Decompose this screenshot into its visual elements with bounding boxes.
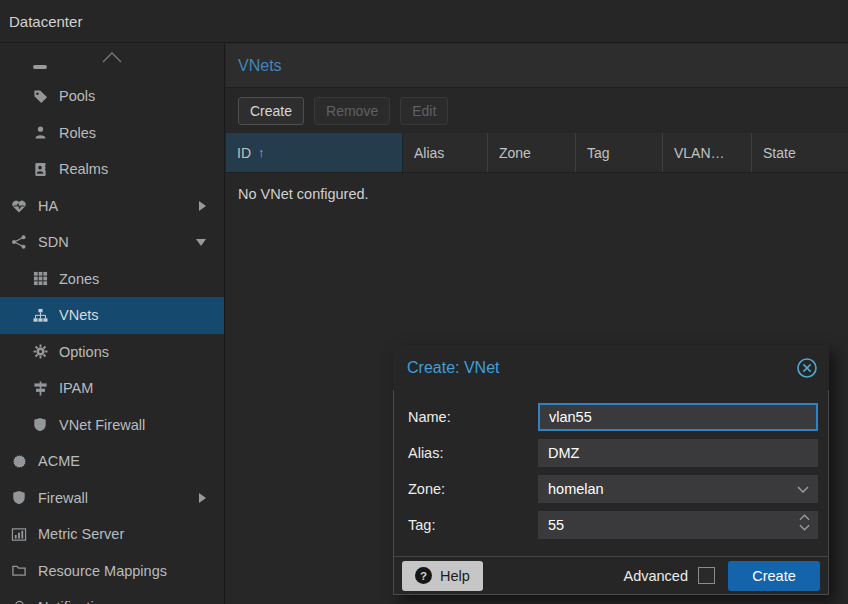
sidebar-item-partial[interactable]: [0, 44, 224, 78]
chevron-up-icon: [100, 50, 124, 64]
tag-label: Tag:: [408, 517, 538, 533]
zone-label: Zone:: [408, 481, 538, 497]
dialog-form: Name: Alias: Zone:: [394, 390, 828, 556]
advanced-checkbox[interactable]: [698, 567, 715, 584]
heartbeat-icon: [11, 198, 27, 214]
form-row-zone: Zone:: [408, 475, 828, 503]
footer-right-group: Advanced Create: [624, 561, 821, 591]
column-header-alias[interactable]: Alias: [403, 133, 488, 172]
sidebar-item-zones[interactable]: Zones: [0, 261, 224, 298]
sidebar-item-label: Options: [59, 344, 109, 360]
edit-button[interactable]: Edit: [400, 97, 448, 125]
chevron-right-icon: [199, 201, 206, 211]
zone-select[interactable]: [538, 475, 818, 503]
zone-select-wrap: [538, 475, 818, 503]
gear-icon: [32, 344, 48, 360]
dialog-footer: ? Help Advanced Create: [394, 556, 828, 594]
sidebar-item-resource-mappings[interactable]: Resource Mappings: [0, 553, 224, 590]
empty-table-message: No VNet configured.: [226, 173, 848, 202]
dialog-body: Name: Alias: Zone:: [393, 390, 829, 595]
alias-field-wrap: [538, 439, 818, 467]
dialog-create-button[interactable]: Create: [728, 561, 820, 591]
create-button[interactable]: Create: [238, 97, 304, 125]
dialog-title: Create: VNet: [393, 359, 795, 377]
tag-spinner-wrap: [538, 511, 818, 539]
create-vnet-dialog: Create: VNet Name: Alias:: [393, 345, 829, 595]
sidebar-item-label: Realms: [59, 161, 108, 177]
sidebar-item-label: HA: [38, 198, 58, 214]
circle-x-icon[interactable]: [795, 356, 819, 380]
tag-icon: [32, 88, 48, 104]
dash-icon: [33, 65, 47, 69]
grid-icon: [32, 271, 48, 287]
form-row-name: Name:: [408, 403, 828, 431]
sidebar-item-label: Roles: [59, 125, 96, 141]
column-header-state[interactable]: State: [752, 133, 848, 172]
name-label: Name:: [408, 409, 538, 425]
sidebar-item-label: IPAM: [59, 380, 93, 396]
badge-icon: [11, 453, 27, 469]
sidebar-item-label: Resource Mappings: [38, 563, 167, 579]
column-header-vlanaware[interactable]: VLAN…: [663, 133, 752, 172]
form-row-alias: Alias:: [408, 439, 828, 467]
name-field-wrap: [538, 403, 818, 431]
column-header-zone[interactable]: Zone: [488, 133, 576, 172]
sidebar-item-label: Metric Server: [38, 526, 124, 542]
sidebar-item-label: Zones: [59, 271, 99, 287]
question-circle-icon: ?: [415, 567, 432, 584]
shield-icon: [32, 417, 48, 433]
shield-icon: [11, 490, 27, 506]
sidebar-item-ipam[interactable]: IPAM: [0, 370, 224, 407]
sidebar-item-notifications[interactable]: Notifications: [0, 589, 224, 604]
panel-header: VNets: [226, 44, 848, 88]
address-book-icon: [32, 161, 48, 177]
sidebar-item-vnets[interactable]: VNets: [0, 297, 224, 334]
help-button[interactable]: ? Help: [402, 561, 483, 591]
sidebar-item-vnet-firewall[interactable]: VNet Firewall: [0, 407, 224, 444]
sidebar-item-sdn[interactable]: SDN: [0, 224, 224, 261]
signpost-icon: [32, 380, 48, 396]
sidebar-item-acme[interactable]: ACME: [0, 443, 224, 480]
tag-field[interactable]: [538, 511, 818, 539]
sidebar-item-label: Notifications: [38, 599, 117, 604]
folder-icon: [11, 563, 27, 579]
chevron-down-icon: [196, 239, 206, 246]
sidebar-item-label: SDN: [38, 234, 69, 250]
sidebar-item-ha[interactable]: HA: [0, 188, 224, 225]
dialog-header[interactable]: Create: VNet: [393, 345, 829, 390]
sidebar-item-realms[interactable]: Realms: [0, 151, 224, 188]
share-nodes-icon: [11, 234, 27, 250]
chevron-right-icon: [199, 493, 206, 503]
sort-asc-icon: ↑: [258, 145, 265, 160]
remove-button[interactable]: Remove: [314, 97, 390, 125]
toolbar: Create Remove Edit: [226, 88, 848, 133]
sidebar-item-metric-server[interactable]: Metric Server: [0, 516, 224, 553]
sidebar-item-label: ACME: [38, 453, 80, 469]
help-button-label: Help: [440, 568, 470, 584]
sidebar-item-pools[interactable]: Pools: [0, 78, 224, 115]
proxmox-datacenter-screen: Datacenter Pools Roles Realms: [0, 0, 848, 604]
panel-title: VNets: [226, 57, 282, 75]
sidebar-item-label: VNet Firewall: [59, 417, 145, 433]
page-title: Datacenter: [0, 13, 82, 30]
user-icon: [32, 125, 48, 141]
sidebar-item-label: VNets: [59, 307, 99, 323]
bar-chart-icon: [11, 526, 27, 542]
advanced-label: Advanced: [624, 568, 689, 584]
alias-label: Alias:: [408, 445, 538, 461]
top-bar: Datacenter: [0, 0, 848, 43]
sidebar-item-label: Firewall: [38, 490, 88, 506]
alias-field[interactable]: [538, 439, 818, 467]
sidebar-item-label: Pools: [59, 88, 95, 104]
column-header-id[interactable]: ID ↑: [226, 133, 403, 172]
sitemap-icon: [32, 307, 48, 323]
sidebar-item-roles[interactable]: Roles: [0, 115, 224, 152]
bell-icon: [11, 599, 27, 604]
column-header-tag[interactable]: Tag: [576, 133, 663, 172]
name-field[interactable]: [538, 403, 818, 431]
table-header-row: ID ↑ Alias Zone Tag VLAN… State: [226, 133, 848, 173]
sidebar-item-options[interactable]: Options: [0, 334, 224, 371]
sidebar-nav: Pools Roles Realms HA: [0, 44, 225, 604]
form-row-tag: Tag:: [408, 511, 828, 539]
sidebar-item-firewall[interactable]: Firewall: [0, 480, 224, 517]
